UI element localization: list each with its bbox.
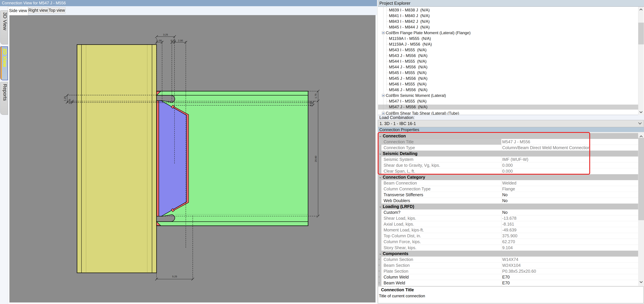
- svg-text:1.00: 1.00: [157, 39, 162, 42]
- svg-text:3.25: 3.25: [163, 33, 168, 36]
- svg-text:0.25: 0.25: [68, 99, 71, 104]
- svg-text:5.25: 5.25: [172, 275, 177, 278]
- svg-text:1.25: 1.25: [64, 96, 66, 101]
- svg-text:1.75: 1.75: [314, 94, 317, 98]
- svg-text:20.60: 20.60: [314, 156, 317, 162]
- svg-text:2.00: 2.00: [178, 39, 183, 42]
- svg-text:0.50: 0.50: [309, 101, 312, 106]
- svg-text:0.50: 0.50: [171, 39, 176, 42]
